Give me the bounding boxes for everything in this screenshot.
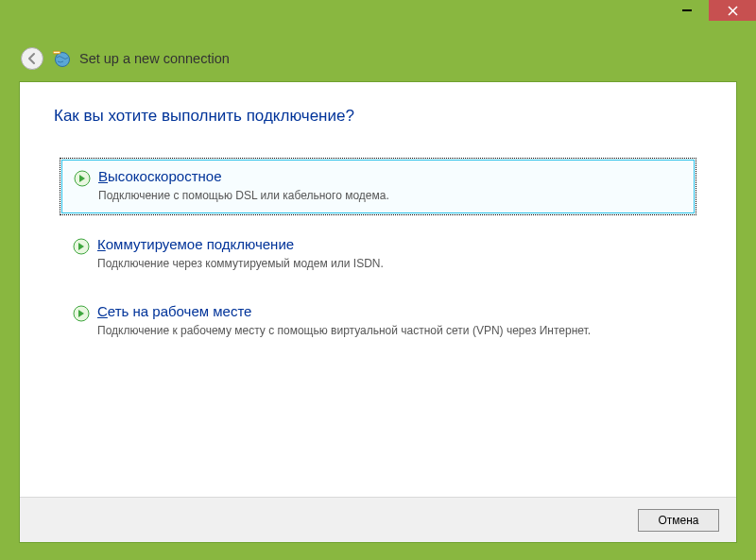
connection-globe-icon bbox=[53, 49, 72, 68]
option-title: Высокоскоростное bbox=[98, 168, 682, 186]
svg-rect-0 bbox=[682, 9, 692, 11]
svg-point-3 bbox=[56, 53, 70, 67]
option-arrow-icon bbox=[73, 305, 90, 322]
option-desc: Подключение с помощью DSL или кабельного… bbox=[98, 188, 665, 203]
wizard-header: Set up a new connection bbox=[21, 45, 735, 72]
window-caption-buttons bbox=[665, 0, 756, 21]
close-icon bbox=[728, 6, 738, 16]
minimize-button[interactable] bbox=[665, 0, 709, 21]
button-bar: Отмена bbox=[20, 497, 736, 542]
wizard-content: Как вы хотите выполнить подключение? Выс… bbox=[19, 81, 737, 543]
option-desc: Подключение через коммутируемый модем ил… bbox=[97, 256, 664, 271]
page-heading: Как вы хотите выполнить подключение? bbox=[54, 107, 354, 126]
option-dialup[interactable]: Коммутируемое подключение Подключение че… bbox=[60, 227, 696, 282]
option-arrow-icon bbox=[74, 170, 91, 187]
option-title: Коммутируемое подключение bbox=[97, 236, 683, 254]
cancel-button[interactable]: Отмена bbox=[638, 509, 719, 532]
option-broadband[interactable]: Высокоскоростное Подключение с помощью D… bbox=[60, 158, 696, 215]
option-desc: Подключение к рабочему месту с помощью в… bbox=[97, 323, 664, 338]
option-workplace[interactable]: Сеть на рабочем месте Подключение к рабо… bbox=[60, 294, 696, 349]
option-arrow-icon bbox=[73, 238, 90, 255]
svg-rect-5 bbox=[54, 52, 60, 53]
connection-options: Высокоскоростное Подключение с помощью D… bbox=[60, 158, 696, 361]
back-button[interactable] bbox=[21, 47, 43, 70]
option-title: Сеть на рабочем месте bbox=[97, 303, 683, 321]
wizard-title: Set up a new connection bbox=[79, 51, 230, 66]
back-arrow-icon bbox=[26, 52, 39, 65]
close-button[interactable] bbox=[709, 0, 756, 21]
minimize-icon bbox=[682, 6, 692, 15]
